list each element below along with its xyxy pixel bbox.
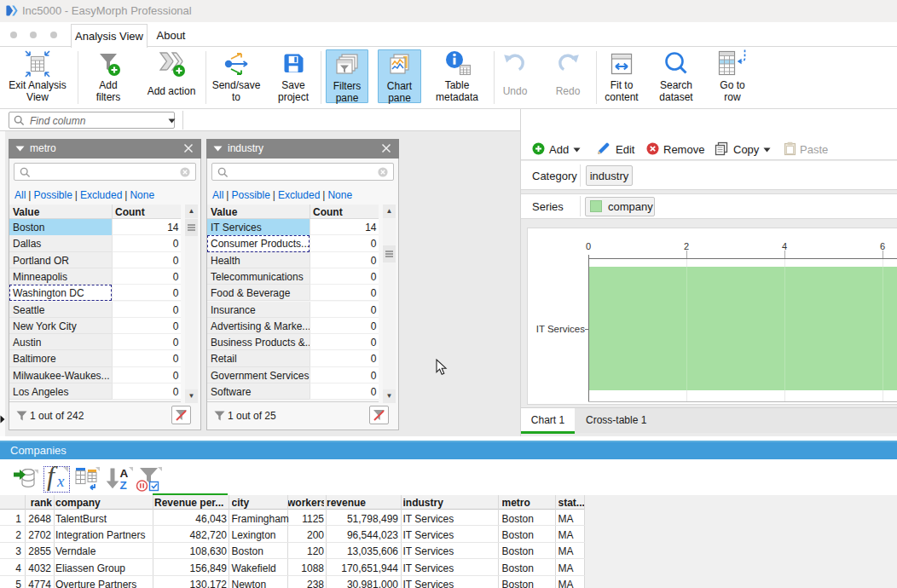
svg-text:A: A: [120, 467, 129, 480]
svg-text:Z: Z: [120, 479, 127, 492]
